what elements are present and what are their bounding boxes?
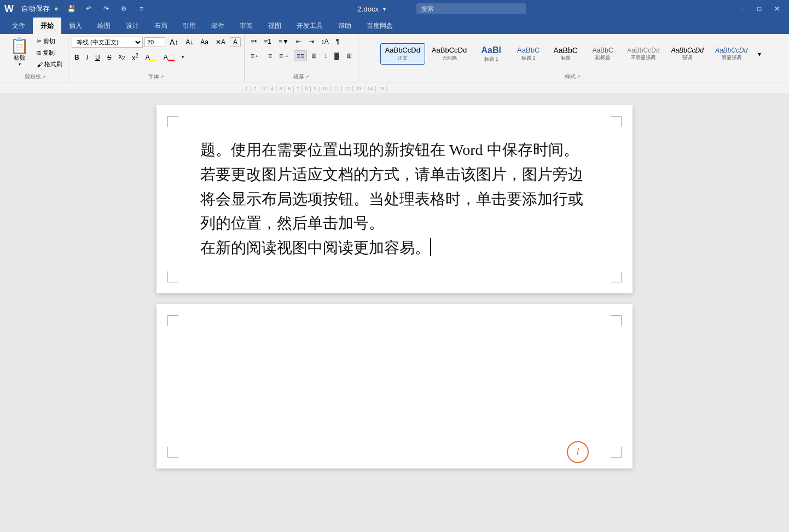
ribbon-tab-绘图[interactable]: 绘图 <box>90 18 118 34</box>
decrease-indent-button[interactable]: ⇤ <box>293 36 304 47</box>
style-name-title: 标题 <box>561 55 571 62</box>
page-2[interactable]: I <box>156 304 633 469</box>
style-preview-intense-emphasis: AaBbCcDd <box>715 47 747 54</box>
paste-label: 粘贴 <box>14 54 26 62</box>
columns-button[interactable]: ⊞ <box>309 50 320 61</box>
styles-group-label: 样式 ↗ <box>565 72 581 80</box>
ribbon-tab-审阅[interactable]: 审阅 <box>232 18 260 34</box>
paste-icon: 📋 <box>10 38 29 54</box>
style-item-normal[interactable]: AaBbCcDd 正文 <box>380 43 425 65</box>
autosave-toggle[interactable]: 自动保存 ● <box>18 3 61 15</box>
page-1-content[interactable]: 题。使用在需要位置出现的新按钮在 Word 中保存时间。 若要更改图片适应文档的… <box>200 138 589 261</box>
style-preview-heading2: AaBbC <box>517 46 539 55</box>
ribbon-tab-引用[interactable]: 引用 <box>175 18 204 34</box>
redo-button[interactable]: ↷ <box>98 1 114 16</box>
page-wrapper: 题。使用在需要位置出现的新按钮在 Word 中保存时间。 若要更改图片适应文档的… <box>0 105 789 532</box>
style-item-nospacing[interactable]: AaBbCcDd 无间隔 <box>427 43 472 65</box>
multilevel-button[interactable]: ≡▼ <box>276 36 292 47</box>
text-cursor <box>430 238 431 257</box>
page-2-corner-tr <box>611 315 622 326</box>
increase-indent-button[interactable]: ⇥ <box>306 36 317 47</box>
close-button[interactable]: ✕ <box>769 1 785 16</box>
undo-button[interactable]: ↶ <box>81 1 96 16</box>
text-highlight-button[interactable]: A <box>143 52 159 63</box>
style-item-subtle-emphasis[interactable]: AaBbCcDd 不明显强调 <box>622 44 664 64</box>
change-case-button[interactable]: Aa <box>198 37 211 48</box>
sort-button[interactable]: ↕A <box>318 36 332 47</box>
format-painter-button[interactable]: 🖌 格式刷 <box>34 59 65 70</box>
style-item-heading2[interactable]: AaBbC 标题 2 <box>510 43 546 65</box>
subscript-button[interactable]: x2 <box>116 51 128 63</box>
ribbon-tab-百度网盘[interactable]: 百度网盘 <box>359 18 401 34</box>
bullets-button[interactable]: ≡• <box>248 36 259 47</box>
font-color-button[interactable]: A <box>161 52 177 63</box>
customize-button[interactable]: ≡ <box>134 1 149 16</box>
decrease-font-size-button[interactable]: A↓ <box>183 37 196 48</box>
font-color-dropdown[interactable]: ▾ <box>179 53 187 61</box>
font-expand-icon[interactable]: ↗ <box>160 74 164 79</box>
ribbon-tab-布局[interactable]: 布局 <box>147 18 175 34</box>
paste-button[interactable]: 📋 粘贴 ▾ <box>5 36 33 69</box>
clipboard-expand-icon[interactable]: ↗ <box>42 74 46 79</box>
ribbon-tab-邮件[interactable]: 邮件 <box>204 18 232 34</box>
clear-formatting-button[interactable]: ✕A <box>213 37 228 48</box>
styles-group: AaBbCcDd 正文 AaBbCcDd 无间隔 AaBl 标题 1 AaBbC… <box>358 35 787 82</box>
page-1-text: 题。使用在需要位置出现的新按钮在 Word 中保存时间。 <box>200 141 579 158</box>
copy-label: 复制 <box>43 49 55 57</box>
title-bar-right: ─ □ ✕ <box>734 1 785 16</box>
shading-button[interactable]: ▓ <box>332 50 342 61</box>
borders-button[interactable]: ⊞ <box>344 50 355 61</box>
align-right-button[interactable]: ≡→ <box>276 50 292 61</box>
page-1[interactable]: 题。使用在需要位置出现的新按钮在 Word 中保存时间。 若要更改图片适应文档的… <box>156 105 633 293</box>
paragraph-expand-icon[interactable]: ↗ <box>305 74 309 79</box>
file-dropdown-icon[interactable]: ▾ <box>383 6 386 12</box>
page-corner-tl <box>167 116 178 127</box>
ribbon-bar: 📋 粘贴 ▾ ✂ 剪切 ⧉ 复制 🖌 格式刷 剪贴板 <box>0 34 789 83</box>
underline-button[interactable]: U <box>92 52 103 63</box>
ribbon-tab-设计[interactable]: 设计 <box>118 18 147 34</box>
bold-button[interactable]: B <box>72 52 82 63</box>
cut-button[interactable]: ✂ 剪切 <box>34 36 65 47</box>
more-commands-button[interactable]: ⚙ <box>116 1 131 16</box>
increase-font-size-button[interactable]: A↑ <box>167 36 181 48</box>
align-left-button[interactable]: ≡← <box>248 50 264 61</box>
show-marks-button[interactable]: ¶ <box>333 36 342 47</box>
font-family-select[interactable]: 等线 (中文正文) <box>72 37 143 48</box>
style-item-title[interactable]: AaBbC 标题 <box>548 43 583 65</box>
copy-button[interactable]: ⧉ 复制 <box>34 48 65 58</box>
paragraph-row1: ≡• ≡1 ≡▼ ⇤ ⇥ ↕A ¶ <box>248 36 342 47</box>
style-item-heading1[interactable]: AaBl 标题 1 <box>473 42 509 65</box>
italic-button[interactable]: I <box>84 52 91 63</box>
styles-expand-icon[interactable]: ↗ <box>577 74 581 79</box>
maximize-button[interactable]: □ <box>752 1 767 16</box>
ribbon-tabs: 文件开始插入绘图设计布局引用邮件审阅视图开发工具帮助百度网盘 <box>0 18 789 34</box>
search-input[interactable] <box>416 3 526 14</box>
save-button[interactable]: 💾 <box>63 1 79 16</box>
justify-button[interactable]: ≡≡ <box>294 50 307 61</box>
ribbon-tab-开始[interactable]: 开始 <box>33 18 61 34</box>
numbering-button[interactable]: ≡1 <box>261 36 274 47</box>
style-item-emphasis[interactable]: AaBbCcDd 强调 <box>666 44 709 64</box>
filename-label: 2.docx <box>358 5 379 13</box>
ribbon-tab-视图[interactable]: 视图 <box>260 18 289 34</box>
minimize-button[interactable]: ─ <box>734 1 750 16</box>
strikethrough-button[interactable]: S <box>105 52 114 63</box>
ribbon-tab-帮助[interactable]: 帮助 <box>330 18 359 34</box>
ribbon-tab-插入[interactable]: 插入 <box>61 18 90 34</box>
align-center-button[interactable]: ≡ <box>265 50 275 61</box>
line-spacing-button[interactable]: ↕ <box>321 50 330 61</box>
superscript-button[interactable]: x2 <box>129 51 141 63</box>
styles-more-button[interactable]: ▾ <box>754 36 765 72</box>
font-name-row: 等线 (中文正文) A↑ A↓ Aa ✕A A <box>72 36 241 48</box>
paste-dropdown[interactable]: ▾ <box>19 62 21 67</box>
cut-icon: ✂ <box>37 38 42 45</box>
page-corner-br <box>611 271 622 282</box>
ribbon-tab-文件[interactable]: 文件 <box>4 18 33 34</box>
clipboard-group: 📋 粘贴 ▾ ✂ 剪切 ⧉ 复制 🖌 格式刷 剪贴板 <box>2 35 68 82</box>
style-item-intense-emphasis[interactable]: AaBbCcDd 明显强调 <box>710 44 752 64</box>
style-item-subtitle[interactable]: AaBbC 副标题 <box>585 44 620 64</box>
font-size-input[interactable] <box>144 37 165 47</box>
cut-label: 剪切 <box>43 37 55 45</box>
ribbon-tab-开发工具[interactable]: 开发工具 <box>289 18 330 34</box>
all-caps-button[interactable]: A <box>230 37 241 47</box>
